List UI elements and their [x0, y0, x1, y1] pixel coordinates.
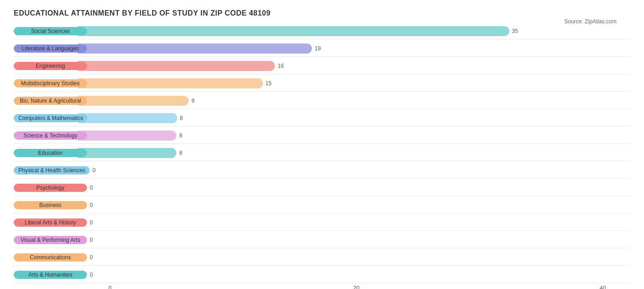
- bar-value: 16: [278, 63, 284, 69]
- bar-label: Social Sciences: [14, 27, 87, 35]
- bar-value: 0: [90, 254, 93, 261]
- bar-fill: [78, 61, 275, 71]
- bar-row: Computers & Mathematics 8: [14, 110, 630, 126]
- bar-row: Education 8: [14, 145, 630, 161]
- bar-fill: [78, 96, 189, 106]
- bar-row: Liberal Arts & History 0: [14, 214, 630, 231]
- bar-value: 35: [512, 28, 518, 34]
- bar-row: Bio, Nature & Agricultural 9: [14, 93, 630, 109]
- bar-track: Engineering 16: [14, 61, 630, 71]
- bar-label: Computers & Mathematics: [14, 114, 87, 122]
- bar-row: Science & Technology 8: [14, 127, 630, 144]
- bar-track: Literature & Languages 19: [14, 44, 630, 54]
- bar-track: Computers & Mathematics 8: [14, 113, 630, 123]
- bar-row: Arts & Humanities 0: [14, 267, 630, 283]
- bar-label: Bio, Nature & Agricultural: [14, 97, 87, 105]
- bar-track: Multidisciplinary Studies 15: [14, 78, 630, 88]
- bar-value: 8: [179, 132, 182, 139]
- bar-row: Multidisciplinary Studies 15: [14, 75, 630, 92]
- bar-track: Bio, Nature & Agricultural 9: [14, 96, 630, 106]
- bar-value: 9: [191, 98, 195, 104]
- bar-value: 8: [179, 150, 182, 156]
- bar-label: Physical & Health Sciences: [14, 166, 90, 174]
- bar-row: Psychology 0: [14, 180, 630, 196]
- bar-label: Visual & Performing Arts: [14, 236, 87, 244]
- bar-fill: [78, 78, 263, 88]
- bar-value: 0: [90, 272, 93, 278]
- bar-label: Science & Technology: [14, 131, 87, 140]
- bar-track: Business 0: [14, 200, 630, 210]
- chart-title: EDUCATIONAL ATTAINMENT BY FIELD OF STUDY…: [14, 9, 630, 17]
- bar-fill: [78, 113, 177, 123]
- bar-row: Literature & Languages 19: [14, 40, 630, 57]
- bar-label: Liberal Arts & History: [14, 218, 87, 227]
- bar-row: Business 0: [14, 197, 630, 213]
- bar-label: Education: [14, 149, 87, 157]
- bar-value: 0: [93, 167, 96, 174]
- bar-label: Psychology: [14, 184, 87, 192]
- x-axis-tick: 0: [109, 285, 112, 289]
- bar-track: Psychology 0: [14, 183, 630, 193]
- bar-track: Arts & Humanities 0: [14, 270, 630, 280]
- bar-fill: [78, 148, 176, 158]
- bar-value: 0: [90, 237, 93, 243]
- bar-fill: [78, 131, 176, 141]
- bar-track: Liberal Arts & History 0: [14, 218, 630, 228]
- bar-value: 0: [90, 202, 93, 208]
- bar-label: Engineering: [14, 62, 87, 70]
- bar-value: 19: [315, 45, 321, 52]
- x-axis-tick: 40: [600, 285, 606, 289]
- bar-track: Visual & Performing Arts 0: [14, 235, 630, 245]
- bar-track: Education 8: [14, 148, 630, 158]
- bar-row: Engineering 16: [14, 58, 630, 74]
- bar-label: Literature & Languages: [14, 44, 87, 53]
- bar-row: Physical & Health Sciences 0: [14, 162, 630, 179]
- bar-label: Business: [14, 201, 87, 209]
- bar-value: 8: [180, 115, 183, 121]
- bar-row: Social Sciences 35: [14, 23, 630, 39]
- bar-label: Multidisciplinary Studies: [14, 79, 87, 87]
- bar-value: 15: [266, 80, 272, 87]
- bar-track: Physical & Health Sciences 0: [14, 165, 630, 175]
- x-axis-tick: 20: [353, 285, 359, 289]
- bar-value: 0: [90, 219, 93, 226]
- bar-label: Communications: [14, 253, 87, 262]
- bar-value: 0: [90, 185, 93, 191]
- bar-row: Communications 0: [14, 249, 630, 266]
- bar-row: Visual & Performing Arts 0: [14, 232, 630, 248]
- bar-track: Social Sciences 35: [14, 26, 630, 36]
- bar-label: Arts & Humanities: [14, 271, 87, 279]
- bar-fill: [78, 26, 509, 36]
- bar-track: Communications 0: [14, 252, 630, 262]
- bar-fill: [78, 44, 312, 54]
- bar-track: Science & Technology 8: [14, 131, 630, 141]
